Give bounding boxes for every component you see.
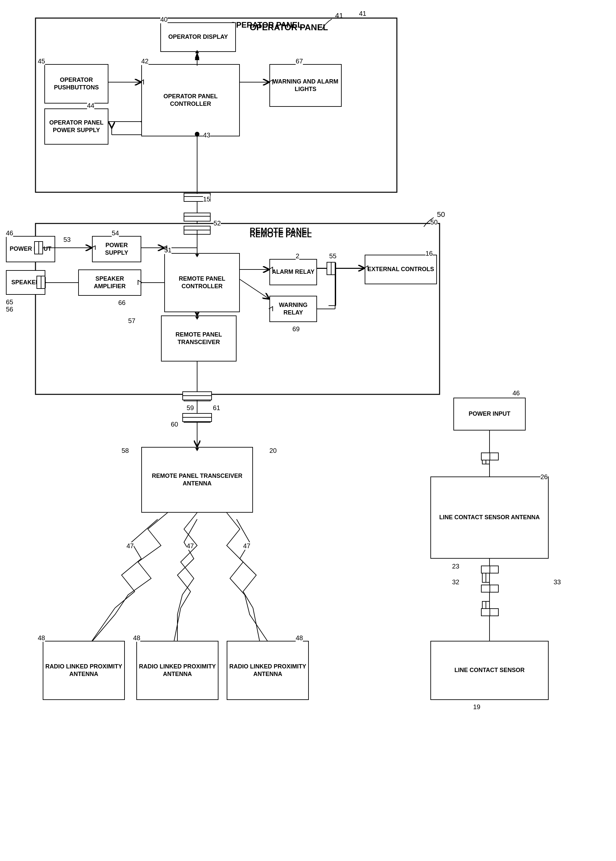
ref-20: 20 (269, 447, 277, 455)
ref-52: 52 (214, 220, 221, 227)
svg-rect-88 (481, 609, 498, 616)
diagram-container: OPERATOR PANEL 41 OPERATOR DISPLAY 40 OP… (0, 0, 616, 861)
ref-41: 41 (359, 10, 366, 17)
ref-23: 23 (452, 563, 459, 570)
speaker-amplifier-block: SPEAKER AMPLIFIER (78, 269, 141, 296)
ref-46a: 46 (6, 229, 13, 237)
ref-43: 43 (203, 131, 210, 139)
line-contact-sensor-antenna-block: LINE CONTACT SENSOR ANTENNA (431, 477, 548, 559)
ref-47c: 47 (243, 542, 250, 550)
power-input-block-2: POWER INPUT (453, 398, 526, 430)
svg-rect-47 (184, 414, 210, 422)
operator-pushbuttons-block: OPERATOR PUSHBUTTONS (44, 64, 108, 104)
ref-2: 2 (296, 252, 299, 260)
operator-display-block: OPERATOR DISPLAY (160, 22, 236, 52)
ref-47a: 47 (126, 542, 134, 550)
svg-line-31 (240, 279, 269, 299)
ref-67: 67 (296, 58, 303, 65)
ref-58: 58 (121, 447, 129, 455)
ref-59: 59 (187, 404, 194, 412)
ref-45: 45 (38, 58, 45, 65)
radio-linked-proximity-antenna-2-block: RADIO LINKED PROXIMITY ANTENNA (136, 641, 218, 700)
ref-60: 60 (171, 421, 178, 428)
ref-56: 56 (6, 305, 13, 313)
ref-53: 53 (63, 236, 71, 244)
ref-42: 42 (141, 58, 148, 65)
ref-44: 44 (87, 102, 94, 109)
operator-panel-controller-block: OPERATOR PANEL CONTROLLER (141, 64, 240, 136)
operator-panel-power-supply-block: OPERATOR PANEL POWER SUPPLY (44, 109, 108, 145)
ref-26: 26 (541, 473, 548, 481)
svg-rect-54 (482, 453, 490, 464)
external-controls-block: EXTERNAL CONTROLS (365, 255, 437, 284)
svg-rect-58 (482, 572, 490, 582)
ref-46b: 46 (512, 389, 520, 397)
ref-50: 50 (431, 219, 438, 226)
svg-line-51 (174, 608, 181, 641)
ref-48c: 48 (296, 634, 303, 642)
warning-alarm-lights-block: WARNING AND ALARM LIGHTS (269, 64, 342, 107)
remote-panel-transceiver-block: REMOTE PANEL TRANSCEIVER (161, 315, 237, 362)
svg-rect-25 (184, 226, 210, 234)
svg-rect-105 (183, 413, 212, 422)
svg-rect-61 (482, 601, 490, 612)
svg-rect-6 (184, 213, 210, 221)
remote-panel-label: REMOTE PANEL (250, 226, 312, 235)
ref-48b: 48 (133, 634, 140, 642)
radio-linked-proximity-antenna-1-block: RADIO LINKED PROXIMITY ANTENNA (43, 641, 125, 700)
ref-51: 51 (164, 247, 171, 254)
operator-panel-label: OPERATOR PANEL (230, 20, 302, 30)
svg-rect-78 (481, 453, 498, 460)
alarm-relay-block: ALARM RELAY (269, 259, 317, 285)
ref-61: 61 (213, 404, 220, 412)
ref-19: 19 (473, 703, 480, 711)
remote-panel-controller-block: REMOTE PANEL CONTROLLER (164, 253, 240, 312)
svg-rect-43 (184, 393, 210, 401)
ref-57: 57 (128, 317, 135, 325)
svg-rect-82 (481, 566, 498, 573)
speaker-block: SPEAKER (6, 270, 46, 295)
ref-16: 16 (426, 250, 433, 257)
ref-15: 15 (203, 195, 210, 203)
svg-rect-102 (183, 392, 212, 400)
svg-text:41: 41 (335, 11, 343, 20)
ref-69: 69 (292, 325, 300, 333)
ref-33: 33 (553, 578, 561, 586)
ref-66: 66 (118, 299, 126, 307)
line-contact-sensor-block: LINE CONTACT SENSOR (431, 641, 548, 700)
ref-40: 40 (160, 16, 168, 23)
remote-panel-transceiver-antenna-block: REMOTE PANEL TRANSCEIVER ANTENNA (141, 447, 253, 513)
power-supply-block: POWER SUPPLY (92, 236, 141, 262)
power-input-block-1: POWER INPUT (6, 236, 55, 262)
warning-relay-block: WARNING RELAY (269, 296, 317, 322)
radio-linked-proximity-antenna-3-block: RADIO LINKED PROXIMITY ANTENNA (227, 641, 309, 700)
ref-55: 55 (329, 252, 336, 260)
svg-rect-96 (327, 262, 335, 275)
ref-65: 65 (6, 298, 13, 306)
svg-rect-85 (481, 585, 498, 592)
svg-line-52 (253, 608, 259, 641)
ref-48a: 48 (38, 634, 45, 642)
svg-text:50: 50 (437, 210, 445, 219)
svg-line-50 (92, 608, 115, 641)
ref-54: 54 (112, 229, 119, 237)
ref-47b: 47 (187, 542, 194, 550)
svg-rect-32 (328, 263, 336, 274)
ref-32: 32 (452, 578, 459, 586)
